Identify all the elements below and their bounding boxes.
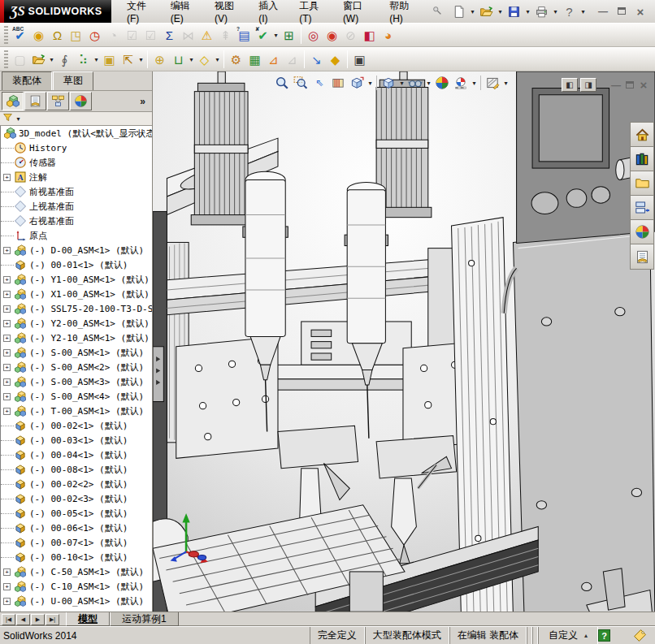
tree-item[interactable]: (-) 00-01<1> (默认) bbox=[1, 257, 152, 272]
view-orientation-dropdown-arrow[interactable]: ▾ bbox=[367, 80, 374, 87]
curvature-check-icon[interactable]: ◉ bbox=[323, 26, 341, 45]
tree-item[interactable]: (-) 00-10<1> (默认) bbox=[1, 550, 152, 564]
tree-expander[interactable]: + bbox=[3, 393, 11, 400]
print-button-dropdown-arrow[interactable]: ▾ bbox=[552, 8, 559, 15]
save-button[interactable] bbox=[505, 2, 523, 21]
minimize-button[interactable]: — bbox=[596, 6, 609, 17]
menu-插入[interactable]: 插入(I) bbox=[251, 0, 292, 27]
tree-expander[interactable]: + bbox=[3, 568, 11, 576]
tree-expander[interactable]: + bbox=[3, 598, 11, 605]
view-orientation[interactable] bbox=[348, 74, 366, 92]
exploded-view-dropdown-arrow[interactable]: ▾ bbox=[137, 56, 145, 63]
zoom-to-selection-icon[interactable]: ⇖ bbox=[310, 74, 328, 92]
tree-expander[interactable]: + bbox=[3, 335, 11, 342]
tree-item[interactable]: 传感器 bbox=[1, 155, 152, 170]
split-pane-right-button[interactable]: ◨ bbox=[580, 78, 596, 92]
tree-item[interactable]: +(-) S-00_ASM<4> (默认) bbox=[1, 389, 152, 404]
tree-expander[interactable]: + bbox=[3, 408, 11, 415]
simulation-advisor-icon[interactable]: ◆ bbox=[326, 50, 345, 69]
tree-item[interactable]: (-) 00-02<1> (默认) bbox=[1, 418, 152, 433]
toolbar-grip[interactable] bbox=[4, 26, 8, 44]
tree-expander[interactable]: + bbox=[3, 247, 11, 254]
tree-item[interactable]: (-) 00-08<1> (默认) bbox=[1, 462, 152, 477]
new-document-button[interactable] bbox=[449, 2, 468, 21]
interference-detection-icon[interactable]: ⚠ bbox=[197, 26, 216, 45]
equations-icon[interactable]: Σ bbox=[160, 26, 179, 45]
tree-item[interactable]: +(-) C-50_ASM<1> (默认) bbox=[1, 564, 152, 579]
design-library-tab[interactable] bbox=[631, 147, 653, 171]
open-button[interactable] bbox=[477, 2, 496, 21]
belt-chain-icon[interactable]: ↘ bbox=[307, 50, 326, 69]
tree-item[interactable]: +(-) T-00_ASM<1> (默认) bbox=[1, 404, 152, 418]
commandmanager-tab-草图[interactable]: 草图 bbox=[53, 71, 93, 90]
tree-item[interactable]: +(-) C-10_ASM<1> (默认) bbox=[1, 579, 152, 594]
tree-expander[interactable]: + bbox=[3, 364, 11, 371]
display-style[interactable] bbox=[380, 74, 397, 92]
mass-properties-icon[interactable]: Ω bbox=[48, 26, 67, 45]
help-button-dropdown-arrow[interactable]: ▾ bbox=[579, 8, 587, 15]
section-view[interactable] bbox=[329, 74, 347, 92]
check-document-icon[interactable]: ✔✘ bbox=[254, 26, 272, 45]
view-palette-tab[interactable] bbox=[631, 196, 653, 220]
tree-item[interactable]: +(-) S-00_ASM<1> (默认) bbox=[1, 345, 152, 360]
update-standard-icon[interactable]: ◳ bbox=[67, 26, 85, 45]
tree-item[interactable]: 上视基准面 bbox=[1, 199, 152, 214]
tree-item[interactable]: +(-) S-00_ASM<3> (默认) bbox=[1, 374, 152, 389]
tree-item[interactable]: 右视基准面 bbox=[1, 214, 152, 228]
apply-scene-dropdown-arrow[interactable]: ▾ bbox=[471, 80, 478, 87]
open-button-dropdown-arrow[interactable]: ▾ bbox=[497, 8, 504, 15]
insert-component-dropdown-arrow[interactable]: ▾ bbox=[48, 56, 55, 63]
hide-show-items-dropdown-arrow[interactable]: ▾ bbox=[425, 80, 432, 87]
doc-restore-button[interactable] bbox=[626, 80, 634, 91]
menu-视图[interactable]: 视图(V) bbox=[207, 0, 251, 27]
tree-item[interactable]: +A注解 bbox=[1, 170, 152, 184]
display-style-dropdown-arrow[interactable]: ▾ bbox=[398, 80, 406, 87]
featuremanager-tree-tab[interactable] bbox=[2, 92, 24, 110]
zoom-to-fit[interactable] bbox=[273, 74, 291, 92]
check-document-dropdown-arrow[interactable]: ▾ bbox=[272, 32, 280, 39]
menu-pin-icon[interactable] bbox=[432, 5, 443, 19]
filter-funnel-icon[interactable] bbox=[2, 112, 13, 125]
tree-item[interactable]: +(-) Y2-10_ASM<1> (默认) bbox=[1, 331, 152, 345]
tree-item[interactable]: (-) 00-03<1> (默认) bbox=[1, 433, 152, 447]
tree-item[interactable]: (-) 00-05<1> (默认) bbox=[1, 506, 152, 521]
assembly-features-icon[interactable]: ⊔ bbox=[169, 50, 188, 69]
split-pane-left-button[interactable]: ◧ bbox=[562, 78, 578, 92]
sheet-tab-运动算例1[interactable]: 运动算例1 bbox=[110, 612, 179, 626]
tree-expander[interactable]: + bbox=[3, 320, 11, 327]
view-settings[interactable] bbox=[484, 74, 501, 92]
appearances-tab[interactable] bbox=[70, 92, 92, 110]
commandmanager-tab-装配体[interactable]: 装配体 bbox=[2, 71, 52, 90]
tree-item[interactable]: +(-) SSL75-20-100-T3-D-S1_AS bbox=[1, 301, 152, 316]
tag-icon[interactable] bbox=[633, 629, 647, 642]
measure-icon[interactable]: ◉ bbox=[29, 26, 48, 45]
save-button-dropdown-arrow[interactable]: ▾ bbox=[524, 8, 531, 15]
menu-工具[interactable]: 工具(T) bbox=[292, 0, 336, 27]
magnified-selection-icon[interactable]: ◎ bbox=[304, 26, 323, 45]
tree-item[interactable]: +(-) D-00_ASM<1> (默认) bbox=[1, 243, 152, 257]
quick-tips-icon[interactable]: ? bbox=[598, 629, 610, 642]
expand-panel-chevron[interactable]: » bbox=[140, 96, 150, 107]
tree-expander[interactable]: + bbox=[3, 174, 11, 181]
propertymanager-tab[interactable] bbox=[24, 92, 46, 110]
smart-components-dropdown-arrow[interactable]: ▾ bbox=[214, 56, 221, 63]
menu-帮助[interactable]: 帮助(H) bbox=[382, 0, 427, 27]
design-table-icon[interactable]: ⊞ bbox=[280, 26, 298, 45]
print-button[interactable] bbox=[532, 2, 551, 21]
motion-vcr-button-0[interactable]: |◀ bbox=[2, 614, 15, 625]
motion-vcr-button-3[interactable]: ▶| bbox=[46, 614, 59, 625]
exploded-view-icon[interactable]: ⇱ bbox=[119, 50, 137, 69]
performance-evaluation-icon[interactable]: ◷ bbox=[85, 26, 104, 45]
configurationmanager-tab[interactable] bbox=[47, 92, 69, 110]
tree-item[interactable]: (-) 00-07<1> (默认) bbox=[1, 535, 152, 550]
tree-item[interactable]: (-) 00-04<1> (默认) bbox=[1, 447, 152, 462]
edit-appearance[interactable] bbox=[433, 74, 451, 92]
tree-item[interactable]: 前视基准面 bbox=[1, 184, 152, 199]
sheet-tab-模型[interactable]: 模型 bbox=[66, 612, 110, 626]
tree-expander[interactable]: + bbox=[3, 305, 11, 313]
filter-dropdown-arrow[interactable]: ▾ bbox=[15, 115, 22, 123]
help-button-icon[interactable]: ? bbox=[560, 2, 579, 21]
assembly-features-dropdown-arrow[interactable]: ▾ bbox=[188, 56, 195, 63]
tree-item[interactable]: 3D_model (默认<默认_显示状态- bbox=[1, 126, 152, 140]
status-custom[interactable]: 自定义 ▴ bbox=[538, 627, 598, 644]
